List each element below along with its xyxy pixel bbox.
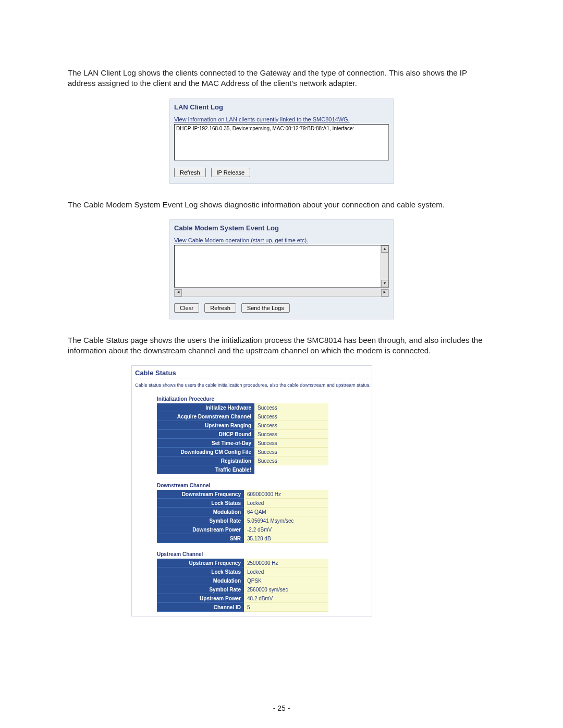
paragraph-event-log: The Cable Modem System Event Log shows d… <box>68 200 495 210</box>
upstream-heading: Upstream Channel <box>132 549 372 559</box>
table-row: Traffic Enable! <box>157 465 328 474</box>
row-label: Downstream Frequency <box>157 490 244 499</box>
table-row: ModulationQPSK <box>157 576 328 585</box>
refresh-button[interactable]: Refresh <box>204 303 236 313</box>
row-label: Set Time-of-Day <box>157 439 254 448</box>
row-value: 5 <box>244 603 328 612</box>
row-value: Success <box>254 439 328 448</box>
lan-log-listbox[interactable]: DHCP-IP:192.168.0.35, Device:cpersing, M… <box>174 124 389 161</box>
row-label: Modulation <box>157 508 244 516</box>
row-value <box>254 465 328 474</box>
ip-release-button[interactable]: IP Release <box>211 168 251 177</box>
event-log-subtitle: View Cable Modem operation (start up, ge… <box>170 233 393 245</box>
row-label: Lock Status <box>157 499 244 508</box>
row-value: 25000000 Hz <box>244 559 328 567</box>
clear-button[interactable]: Clear <box>174 303 199 313</box>
table-row: Downstream Power-2.2 dBmV <box>157 525 328 534</box>
init-procedure-table: Initialize HardwareSuccess Acquire Downs… <box>157 403 328 474</box>
row-value: 35.128 dB <box>244 534 328 543</box>
cable-status-description: Cable status shows the users the cable i… <box>132 378 372 394</box>
table-row: Lock StatusLocked <box>157 567 328 576</box>
table-row: SNR35.128 dB <box>157 534 328 543</box>
row-label: Traffic Enable! <box>157 465 254 474</box>
row-value: QPSK <box>244 576 328 585</box>
scroll-right-icon[interactable]: ► <box>381 289 388 297</box>
downstream-table: Downstream Frequency609000000 Hz Lock St… <box>157 490 328 543</box>
row-label: Modulation <box>157 576 244 585</box>
row-value: 64 QAM <box>244 508 328 516</box>
row-label: Symbol Rate <box>157 516 244 525</box>
table-row: Downstream Frequency609000000 Hz <box>157 490 328 499</box>
cable-status-panel: Cable Status Cable status shows the user… <box>131 365 372 616</box>
vertical-scrollbar[interactable]: ▲ ▼ <box>381 245 388 287</box>
row-value: Success <box>254 412 328 421</box>
table-row: Symbol Rate5.056941 Msym/sec <box>157 516 328 525</box>
refresh-button[interactable]: Refresh <box>174 168 206 177</box>
table-row: Modulation64 QAM <box>157 508 328 516</box>
paragraph-lan-log: The LAN Client Log shows the clients con… <box>68 68 495 89</box>
event-log-title: Cable Modem System Event Log <box>170 220 393 233</box>
row-value: Success <box>254 430 328 439</box>
table-row: Upstream RangingSuccess <box>157 421 328 430</box>
row-label: Upstream Frequency <box>157 559 244 567</box>
event-log-textarea[interactable]: ▲ ▼ <box>174 245 389 288</box>
horizontal-scrollbar[interactable]: ◄ ► <box>174 289 389 297</box>
init-procedure-heading: Initialization Procedure <box>132 394 372 403</box>
table-row: Set Time-of-DaySuccess <box>157 439 328 448</box>
row-label: Channel ID <box>157 603 244 612</box>
row-label: Acquire Downstream Channel <box>157 412 254 421</box>
row-label: Upstream Ranging <box>157 421 254 430</box>
scroll-left-icon[interactable]: ◄ <box>175 289 182 297</box>
upstream-table: Upstream Frequency25000000 Hz Lock Statu… <box>157 559 328 612</box>
table-row: DHCP BoundSuccess <box>157 430 328 439</box>
scroll-down-icon[interactable]: ▼ <box>381 280 388 287</box>
row-label: Symbol Rate <box>157 585 244 594</box>
row-value: 5.056941 Msym/sec <box>244 516 328 525</box>
table-row: Upstream Power48.2 dBmV <box>157 594 328 603</box>
table-row: Initialize HardwareSuccess <box>157 403 328 412</box>
row-value: Success <box>254 403 328 412</box>
row-value: Success <box>254 448 328 456</box>
table-row: Lock StatusLocked <box>157 499 328 508</box>
lan-log-title: LAN Client Log <box>170 99 393 112</box>
row-label: Lock Status <box>157 567 244 576</box>
table-row: RegistrationSuccess <box>157 456 328 465</box>
row-value: 2560000 sym/sec <box>244 585 328 594</box>
row-value: Success <box>254 421 328 430</box>
table-row: Upstream Frequency25000000 Hz <box>157 559 328 567</box>
table-row: Channel ID5 <box>157 603 328 612</box>
row-label: DHCP Bound <box>157 430 254 439</box>
row-value: Locked <box>244 499 328 508</box>
table-row: Symbol Rate2560000 sym/sec <box>157 585 328 594</box>
row-label: SNR <box>157 534 244 543</box>
table-row: Downloading CM Config FileSuccess <box>157 448 328 456</box>
downstream-heading: Downstream Channel <box>132 480 372 490</box>
send-logs-button[interactable]: Send the Logs <box>241 303 290 313</box>
lan-client-log-panel: LAN Client Log View information on LAN c… <box>169 98 394 184</box>
lan-log-entry: DHCP-IP:192.168.0.35, Device:cpersing, M… <box>176 126 387 131</box>
row-value: Locked <box>244 567 328 576</box>
row-label: Initialize Hardware <box>157 403 254 412</box>
row-value: -2.2 dBmV <box>244 525 328 534</box>
scroll-up-icon[interactable]: ▲ <box>381 245 388 253</box>
row-label: Upstream Power <box>157 594 244 603</box>
row-value: 609000000 Hz <box>244 490 328 499</box>
row-label: Downstream Power <box>157 525 244 534</box>
row-value: 48.2 dBmV <box>244 594 328 603</box>
page-number: - 25 - <box>0 704 563 712</box>
row-label: Downloading CM Config File <box>157 448 254 456</box>
lan-log-subtitle: View information on LAN clients currentl… <box>170 112 393 124</box>
event-log-panel: Cable Modem System Event Log View Cable … <box>169 219 394 319</box>
row-value: Success <box>254 456 328 465</box>
paragraph-cable-status: The Cable Status page shows the users th… <box>68 335 495 356</box>
table-row: Acquire Downstream ChannelSuccess <box>157 412 328 421</box>
row-label: Registration <box>157 456 254 465</box>
cable-status-title: Cable Status <box>132 366 372 378</box>
